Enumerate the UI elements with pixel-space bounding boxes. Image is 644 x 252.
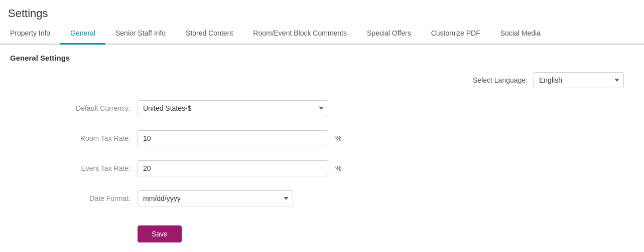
room-tax-label: Room Tax Rate: (50, 134, 131, 142)
tabs-bar: Property Info General Senior Staff Info … (0, 23, 644, 45)
event-tax-row: Event Tax Rate: % (50, 160, 634, 176)
currency-row: Default Currency: United States-$ Euro-€… (50, 100, 634, 116)
date-format-label: Date Format: (50, 194, 131, 202)
event-tax-input[interactable] (138, 160, 328, 176)
content-area: General Settings Select Language: Englis… (0, 45, 644, 251)
tab-property-info[interactable]: Property Info (0, 23, 60, 45)
page-title: Settings (0, 0, 644, 23)
form-section: Default Currency: United States-$ Euro-€… (10, 100, 634, 242)
tab-customize-pdf[interactable]: Customize PDF (421, 23, 490, 45)
currency-select[interactable]: United States-$ Euro-€ British Pound-£ J… (138, 100, 328, 116)
tab-general[interactable]: General (60, 23, 105, 45)
currency-label: Default Currency: (50, 104, 131, 112)
room-tax-input[interactable] (138, 130, 328, 146)
save-row: Save (50, 220, 634, 242)
save-button[interactable]: Save (138, 225, 182, 242)
tab-special-offers[interactable]: Special Offers (357, 23, 421, 45)
event-tax-percent: % (335, 164, 341, 172)
date-format-row: Date Format: mm/dd/yyyy dd/mm/yyyy yyyy/… (50, 190, 634, 206)
tab-senior-staff-info[interactable]: Senior Staff Info (105, 23, 176, 45)
room-tax-percent: % (335, 134, 341, 142)
language-label: Select Language: (473, 76, 528, 84)
event-tax-label: Event Tax Rate: (50, 164, 131, 172)
language-row: Select Language: English Spanish French … (10, 72, 634, 88)
room-tax-row: Room Tax Rate: % (50, 130, 634, 146)
language-select[interactable]: English Spanish French German (534, 72, 624, 88)
tab-room-event-block-comments[interactable]: Room/Event Block Comments (243, 23, 357, 45)
tab-stored-content[interactable]: Stored Content (176, 23, 243, 45)
section-title: General Settings (10, 54, 634, 62)
tab-social-media[interactable]: Social Media (490, 23, 551, 45)
date-format-select[interactable]: mm/dd/yyyy dd/mm/yyyy yyyy/mm/dd (138, 190, 293, 206)
